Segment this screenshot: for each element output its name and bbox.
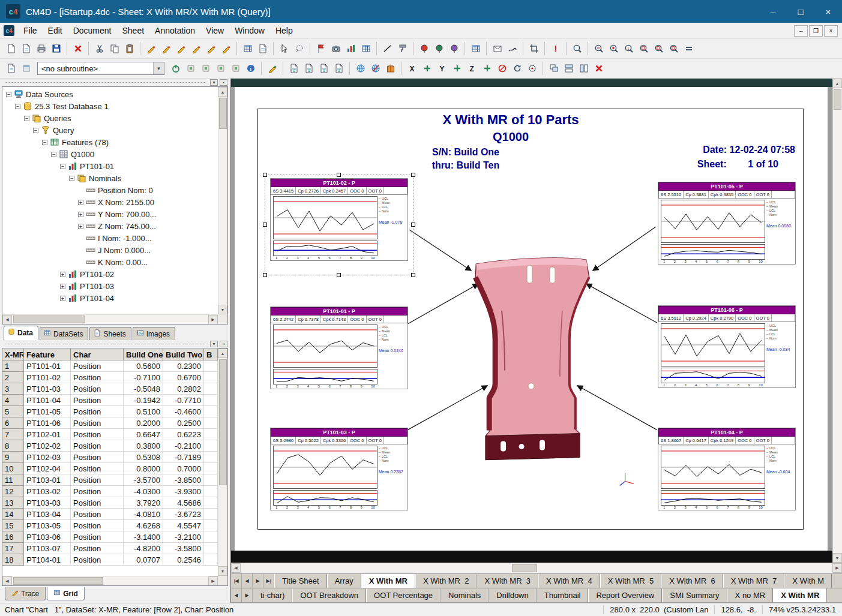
expand-icon[interactable]: +: [78, 212, 83, 217]
tree-item-query[interactable]: −Query: [2, 124, 218, 136]
datasets-view-icon[interactable]: [240, 41, 255, 56]
send-mail-icon[interactable]: [490, 41, 505, 56]
sheet-tab-ti-char[interactable]: ti-char): [253, 588, 292, 602]
sheet-tab-smi-summary[interactable]: SMI Summary: [662, 588, 727, 602]
tree-item-q1000[interactable]: −Q1000: [2, 148, 218, 160]
menu-view[interactable]: View: [200, 24, 229, 37]
canvas-vertical-scrollbar[interactable]: ▲ ▼: [832, 79, 842, 563]
scroll-left-button[interactable]: ◀: [2, 576, 12, 586]
cell[interactable]: PT102-04: [24, 463, 71, 474]
collapse-icon[interactable]: −: [42, 140, 47, 145]
cell[interactable]: Position: [71, 509, 124, 520]
cell[interactable]: PT101-06: [24, 417, 71, 429]
tree-item-features-78[interactable]: −Features (78): [2, 136, 218, 148]
cell[interactable]: -4.8200: [124, 543, 163, 554]
tree-vertical-scrollbar[interactable]: ▲ ▼: [218, 87, 227, 314]
column-header-feature[interactable]: Feature: [24, 348, 71, 360]
scroll-right-button[interactable]: ▶: [208, 576, 218, 586]
camera-icon[interactable]: [328, 41, 343, 56]
document-icon[interactable]: c4: [4, 25, 14, 36]
cell[interactable]: 0.5600: [124, 360, 163, 372]
cell[interactable]: -4.0300: [124, 486, 163, 497]
cell[interactable]: -3.6723: [163, 509, 204, 520]
menu-file[interactable]: File: [18, 24, 43, 37]
cell[interactable]: 0.6647: [124, 429, 163, 440]
sheet-tab-x-with-m[interactable]: X With M: [784, 574, 832, 588]
export-csv-icon[interactable]: [301, 61, 316, 76]
report-item-icon[interactable]: [313, 41, 328, 56]
table-row[interactable]: 11PT103-01Position-3.5700-3.8500: [2, 474, 218, 486]
selection-handle[interactable]: [337, 273, 341, 277]
cell[interactable]: Position: [71, 486, 124, 497]
sheet-tab-drilldown[interactable]: Drilldown: [489, 588, 536, 602]
power-icon[interactable]: [168, 61, 183, 76]
cell[interactable]: -3.1400: [124, 531, 163, 543]
table-row[interactable]: 15PT103-05Position4.62684.5547: [2, 520, 218, 531]
cell[interactable]: Position: [71, 372, 124, 383]
column-header-build-two[interactable]: Build Two: [163, 348, 204, 360]
cell[interactable]: PT101-03: [24, 383, 71, 395]
table-row[interactable]: 10PT102-04Position0.80000.7000: [2, 463, 218, 474]
grid-pane-grip[interactable]: ▾ ×: [0, 340, 230, 348]
row-number[interactable]: 13: [2, 497, 24, 509]
new-document-icon[interactable]: [4, 41, 19, 56]
cell[interactable]: Position: [71, 395, 124, 406]
cell[interactable]: -3.9300: [163, 486, 204, 497]
mdi-restore-button[interactable]: ❐: [809, 25, 823, 37]
selection-handle[interactable]: [263, 173, 267, 177]
table-row[interactable]: 4PT101-04Position-0.1942-0.7710: [2, 395, 218, 406]
sheet-tab-report-overview[interactable]: Report Overview: [588, 588, 662, 602]
table-row[interactable]: 14PT103-04Position-4.0810-3.6723: [2, 509, 218, 520]
cell[interactable]: -3.5800: [163, 543, 204, 554]
spc-chart-pt101-01-p[interactable]: PT101-01 - P6S 2.2742Cp 0.7378Cpk 0.7143…: [270, 307, 408, 389]
quick-chart-icon[interactable]: [343, 41, 358, 56]
selection-handle[interactable]: [411, 273, 415, 277]
expand-icon[interactable]: +: [78, 224, 83, 229]
tree-item-x-nom-2155-00[interactable]: +X Nom: 2155.00: [2, 196, 218, 208]
canvas-horizontal-scrollbar[interactable]: ◀ ▶: [231, 563, 842, 573]
matrix-icon[interactable]: [468, 41, 483, 56]
expand-icon[interactable]: +: [60, 284, 65, 289]
maximize-button[interactable]: □: [787, 0, 814, 23]
cell[interactable]: PT102-01: [24, 429, 71, 440]
cell[interactable]: 3.7920: [124, 497, 163, 509]
sheet-nav-button[interactable]: ▶: [253, 574, 263, 588]
sheet-tab-oot-breakdown[interactable]: OOT Breakdown: [292, 588, 366, 602]
cell[interactable]: PT103-01: [24, 474, 71, 486]
annotation-report-icon[interactable]: [203, 41, 218, 56]
export-data-icon[interactable]: [286, 61, 301, 76]
column-header-build-one[interactable]: Build One: [124, 348, 163, 360]
cell[interactable]: Position: [71, 554, 124, 566]
scroll-up-button[interactable]: ▲: [218, 87, 227, 97]
menu-annotation[interactable]: Annotation: [149, 24, 200, 37]
collapse-icon[interactable]: −: [6, 92, 11, 97]
cell[interactable]: PT103-04: [24, 509, 71, 520]
sheet-tab-x-no-mr[interactable]: X no MR: [727, 588, 774, 602]
selection-handle[interactable]: [263, 273, 267, 277]
row-number[interactable]: 12: [2, 486, 24, 497]
row-number[interactable]: 15: [2, 520, 24, 531]
sheet-tab-x-with-mr-2[interactable]: X With MR 2: [415, 574, 477, 588]
annotation-table-icon[interactable]: [218, 41, 233, 56]
cell[interactable]: 4.5547: [163, 520, 204, 531]
cell[interactable]: PT101-01: [24, 360, 71, 372]
cell[interactable]: Position: [71, 463, 124, 474]
tree-item-k-nom-0-00[interactable]: K Nom: 0.00...: [2, 256, 218, 268]
close-button[interactable]: ×: [814, 0, 842, 23]
format-paint-icon[interactable]: [395, 41, 410, 56]
sheet-nav-button[interactable]: ▶: [242, 588, 253, 602]
cell[interactable]: 4.5686: [163, 497, 204, 509]
sheet-nav-button[interactable]: |◀: [231, 574, 242, 588]
column-header-b[interactable]: B: [204, 348, 218, 360]
cell[interactable]: [204, 474, 218, 486]
balloon-green-icon[interactable]: [432, 41, 447, 56]
row-number[interactable]: 18: [2, 554, 24, 566]
table-row[interactable]: 3PT101-03Position-0.50480.2802: [2, 383, 218, 395]
cell[interactable]: PT101-04: [24, 395, 71, 406]
annotation-image-icon[interactable]: [188, 41, 203, 56]
cell[interactable]: 0.2546: [163, 554, 204, 566]
quick-table-icon[interactable]: [358, 41, 373, 56]
cell[interactable]: Position: [71, 406, 124, 417]
cell[interactable]: [204, 497, 218, 509]
table-row[interactable]: 13PT103-03Position3.79204.5686: [2, 497, 218, 509]
